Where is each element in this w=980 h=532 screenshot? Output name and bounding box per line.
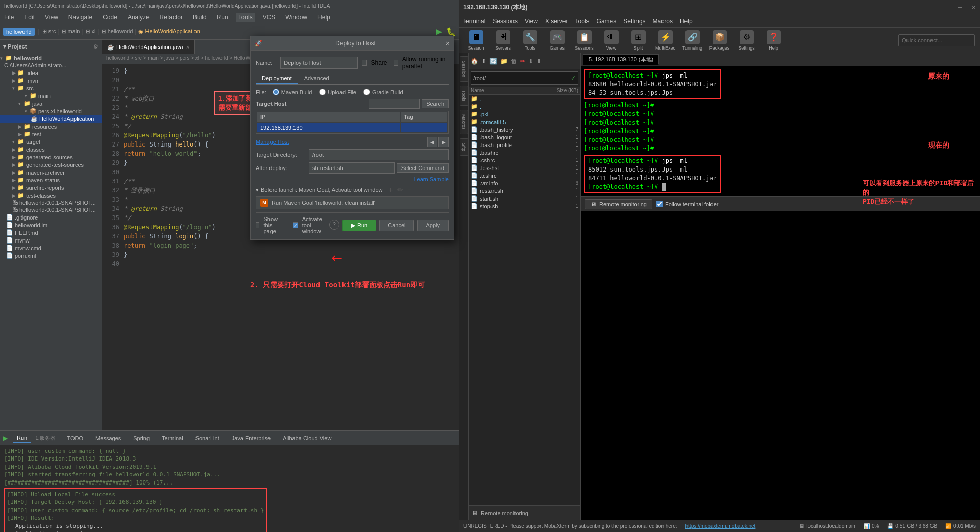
fb-edit-btn[interactable]: ✏	[520, 58, 525, 65]
tunneling-tool[interactable]: 🔗 Tunneling	[681, 30, 704, 51]
sidebar-item-mvn[interactable]: ▶📁.mvn	[0, 77, 102, 84]
search-button[interactable]: Search	[422, 99, 449, 108]
gradle-build-option[interactable]: Gradle Build	[363, 89, 403, 95]
fb-home-btn[interactable]: 🏠	[471, 58, 478, 65]
menu-file[interactable]: File	[2, 13, 16, 22]
target-dir-input[interactable]	[309, 149, 449, 160]
activate-tool-chk[interactable]	[293, 222, 298, 228]
share-checkbox[interactable]	[362, 60, 366, 66]
tab-java-enterprise[interactable]: Java Enterprise	[228, 434, 275, 442]
close-btn[interactable]: ✕	[971, 4, 976, 11]
sidebar-tab-sftp[interactable]: Sftp	[460, 138, 468, 156]
menu-tools[interactable]: Tools	[236, 13, 255, 22]
fb-new-dir-btn[interactable]: 📁	[500, 58, 508, 65]
sidebar-item-pomxml[interactable]: 📄pom.xml	[0, 252, 102, 259]
fb-delete-btn[interactable]: 🗑	[511, 58, 517, 65]
sidebar-item-test-classes[interactable]: ▶📁test-classes	[0, 191, 102, 199]
menu-refactor[interactable]: Refactor	[158, 13, 185, 22]
tools-tool[interactable]: 🔧 Tools	[519, 30, 542, 51]
sidebar-item-test[interactable]: ▶📁test	[0, 130, 102, 138]
sidebar-item-jar2[interactable]: 🗜helloworld-0.0.1-SNAPSHOT...	[0, 206, 102, 213]
dialog-close-btn[interactable]: ×	[446, 39, 450, 47]
fb-item-bash-logout[interactable]: 📄.bash_logout1	[469, 133, 580, 141]
show-page-chk[interactable]	[256, 222, 259, 228]
nav-next[interactable]: ▶	[438, 137, 449, 147]
apply-button[interactable]: Apply	[417, 220, 449, 231]
menu-vcs[interactable]: VCS	[261, 13, 278, 22]
sidebar-item-target[interactable]: ▾📁target	[0, 138, 102, 146]
fb-item-start[interactable]: 📄start.sh1	[469, 195, 580, 202]
bl-add[interactable]: +	[388, 186, 393, 194]
sidebar-item-gitignore[interactable]: 📄.gitignore	[0, 213, 102, 221]
view-tool[interactable]: 👁 View	[600, 30, 623, 51]
menu-code[interactable]: Code	[101, 13, 119, 22]
sidebar-item-gen-test[interactable]: ▶📁generated-test-sources	[0, 161, 102, 168]
sidebar-item-main[interactable]: ▾📁main	[0, 92, 102, 100]
follow-terminal-label[interactable]: Follow terminal folder	[656, 201, 719, 207]
help-tool[interactable]: ❓ Help	[762, 30, 785, 51]
fb-item-cshrc[interactable]: 📄.cshrc1	[469, 156, 580, 164]
remote-monitor-btn[interactable]: 🖥 Remote monitoring	[585, 199, 652, 209]
editor-tab-close[interactable]: ×	[186, 44, 189, 50]
editor-tab-app[interactable]: ☕ HelloWorldApplication.java ×	[102, 40, 195, 54]
sidebar-gear[interactable]: ⚙	[93, 43, 99, 50]
menu-macros[interactable]: Macros	[653, 18, 673, 25]
fb-up-btn[interactable]: ⬆	[481, 58, 486, 65]
quick-connect-input[interactable]	[898, 34, 975, 46]
fb-address-bar[interactable]: /root/ ✓	[471, 71, 578, 85]
toolbar-run-btn[interactable]: ▶	[436, 27, 442, 36]
tab-sonar[interactable]: SonarLint	[191, 434, 224, 442]
fb-item-bashrc[interactable]: 📄.bashrc1	[469, 149, 580, 156]
sidebar-item-mvnwcmd[interactable]: 📄mvnw.cmd	[0, 244, 102, 252]
before-launch-header[interactable]: ▾ Before launch: Maven Goal, Activate to…	[256, 186, 449, 194]
sidebar-item-helpmd[interactable]: 📄HELP.md	[0, 229, 102, 236]
sidebar-item-resources[interactable]: ▶📁resources	[0, 123, 102, 130]
after-deploy-input[interactable]	[309, 162, 395, 174]
sidebar-item-helloworld[interactable]: ▾📁helloworld	[0, 54, 102, 62]
settings-tool[interactable]: ⚙ Settings	[735, 30, 758, 51]
session-tool[interactable]: 🖥 Session	[464, 30, 487, 51]
sidebar-item-gen-src[interactable]: ▶📁generated-sources	[0, 153, 102, 161]
tab-spring[interactable]: Spring	[129, 434, 154, 442]
fb-item-bash-profile[interactable]: 📄.bash_profile1	[469, 141, 580, 149]
sessions-tool[interactable]: 📋 Sessions	[573, 30, 596, 51]
fb-item-pki[interactable]: 📁.pki	[469, 110, 580, 118]
servers-tool[interactable]: 🗄 Servers	[492, 30, 514, 51]
manage-host-link[interactable]: Manage Host	[256, 139, 289, 145]
split-tool[interactable]: ⊞ Split	[627, 30, 650, 51]
host-row-1[interactable]: 192.168.139.130	[257, 123, 447, 132]
fb-item-tomcat[interactable]: 📁.tomcat8.5	[469, 118, 580, 126]
sidebar-item-app[interactable]: ☕HelloWorldApplication	[0, 115, 102, 123]
mobaxterm-link[interactable]: https://mobaxterm.mobatek.net	[685, 523, 756, 529]
fb-remote-monitor-link[interactable]: 🖥	[472, 510, 478, 517]
sidebar-item-src[interactable]: ▾📁src	[0, 84, 102, 92]
sidebar-item-iml[interactable]: 📄helloworld.iml	[0, 221, 102, 229]
fb-item-dot[interactable]: 📁.	[469, 103, 580, 110]
sidebar-tab-macros[interactable]: Macros	[460, 110, 468, 134]
tab-todo[interactable]: TODO	[63, 434, 88, 442]
sidebar-item-jar1[interactable]: 🗜helloworld-0.0.1-SNAPSHOT...	[0, 199, 102, 206]
menu-terminal[interactable]: Terminal	[462, 18, 485, 25]
select-command-button[interactable]: Select Command	[397, 163, 449, 173]
sidebar-item-java[interactable]: ▾📁java	[0, 100, 102, 107]
tab-messages[interactable]: Messages	[91, 434, 125, 442]
run-button[interactable]: ▶ Run	[342, 220, 376, 231]
multiexec-tool[interactable]: ⚡ MultiExec	[654, 30, 677, 51]
menu-sessions[interactable]: Sessions	[493, 18, 518, 25]
dialog-tab-deployment[interactable]: Deployment	[256, 73, 298, 84]
nav-prev[interactable]: ◀	[427, 137, 437, 147]
upload-file-option[interactable]: Upload File	[319, 89, 356, 95]
fb-upload-btn[interactable]: ⬆	[536, 58, 542, 65]
dialog-tab-advanced[interactable]: Advanced	[298, 73, 335, 84]
project-name[interactable]: helloworld	[3, 28, 35, 36]
menu-help-moba[interactable]: Help	[680, 18, 693, 25]
sidebar-tab-tools[interactable]: Tools	[460, 86, 468, 106]
menu-help[interactable]: Help	[315, 13, 332, 22]
sidebar-item-pers[interactable]: ▾📦pers.xl.helloworld	[0, 107, 102, 115]
maven-build-option[interactable]: Maven Build	[273, 89, 312, 95]
menu-run[interactable]: Run	[215, 13, 230, 22]
fb-item-vminfo[interactable]: 📄.vminfo6	[469, 179, 580, 187]
bl-delete[interactable]: −	[407, 186, 411, 194]
games-tool[interactable]: 🎮 Games	[546, 30, 569, 51]
tab-run[interactable]: Run	[13, 433, 31, 443]
